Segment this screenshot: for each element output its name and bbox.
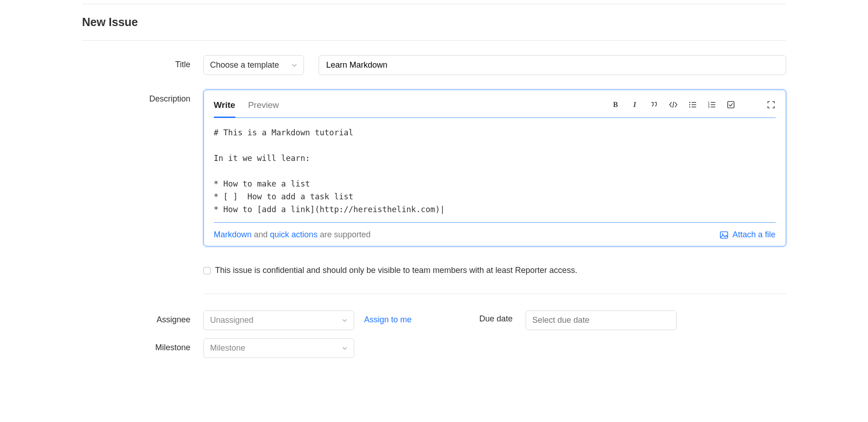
due-date-label: Due date (434, 310, 526, 330)
description-label: Description (82, 90, 203, 104)
unordered-list-button[interactable] (688, 100, 697, 109)
ordered-list-button[interactable]: 123 (707, 100, 716, 109)
code-button[interactable] (669, 100, 678, 109)
chevron-down-icon (342, 346, 347, 351)
confidential-label: This issue is confidential and should on… (215, 266, 577, 275)
attach-file-button[interactable]: Attach a file (719, 230, 775, 240)
fullscreen-button[interactable] (767, 100, 776, 109)
footer-and: and (252, 230, 270, 239)
assign-to-me-link[interactable]: Assign to me (354, 310, 412, 330)
svg-point-2 (689, 107, 690, 108)
svg-text:3: 3 (708, 106, 710, 108)
tab-preview[interactable]: Preview (248, 92, 279, 118)
quote-button[interactable] (650, 100, 659, 109)
task-list-button[interactable] (726, 100, 735, 109)
milestone-value: Milestone (210, 343, 245, 353)
assignee-label: Assignee (82, 310, 203, 330)
page-title: New Issue (82, 4, 786, 41)
svg-point-0 (689, 102, 690, 103)
confidential-checkbox[interactable] (203, 267, 211, 274)
description-editor: Write Preview B I (203, 90, 786, 246)
title-label: Title (82, 55, 203, 69)
svg-rect-12 (728, 101, 734, 108)
editor-footer-text: Markdown and quick actions are supported (214, 230, 371, 240)
footer-supported: are supported (318, 230, 371, 239)
markdown-link[interactable]: Markdown (214, 230, 252, 239)
italic-button[interactable]: I (630, 100, 639, 109)
assignee-select[interactable]: Unassigned (203, 310, 354, 330)
due-date-input[interactable] (526, 310, 676, 330)
quick-actions-link[interactable]: quick actions (270, 230, 318, 239)
milestone-label: Milestone (82, 338, 203, 353)
assignee-value: Unassigned (210, 315, 254, 325)
chevron-down-icon (292, 63, 297, 68)
tab-write[interactable]: Write (214, 92, 235, 118)
attach-file-label: Attach a file (732, 230, 775, 240)
chevron-down-icon (342, 318, 347, 323)
image-icon (719, 230, 729, 240)
svg-rect-13 (720, 232, 728, 238)
bold-button[interactable]: B (611, 100, 620, 109)
description-textarea[interactable]: # This is a Markdown tutorial In it we w… (214, 118, 776, 223)
svg-point-1 (689, 104, 690, 106)
title-input[interactable] (319, 55, 786, 75)
template-select[interactable]: Choose a template (203, 55, 304, 75)
milestone-select[interactable]: Milestone (203, 338, 354, 358)
template-select-value: Choose a template (210, 60, 279, 70)
